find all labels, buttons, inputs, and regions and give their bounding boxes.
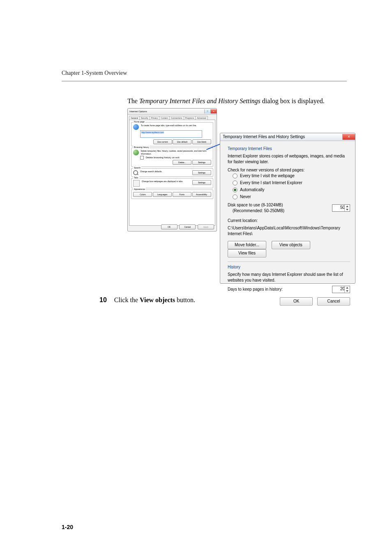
disk-space-recommended: (Recommended: 50-250MB) [233, 208, 332, 214]
io-tabstrip: General Security Privacy Content Connect… [128, 115, 217, 120]
tab-content[interactable]: Content [159, 116, 170, 120]
settings-button-tabs[interactable]: Settings [192, 180, 211, 185]
close-icon[interactable]: × [342, 134, 355, 140]
view-files-button[interactable]: View files [228, 249, 266, 257]
tif-history-title: History [228, 264, 350, 270]
settings-button-search[interactable]: Settings [192, 170, 211, 175]
tab-general[interactable]: General [129, 116, 140, 120]
tif-dialog: Temporary Internet Files and History Set… [220, 133, 355, 284]
io-cancel-button[interactable]: Cancel [179, 224, 196, 229]
section-rule [62, 81, 347, 82]
intro-pre: The [127, 97, 139, 104]
spinner-arrows-icon[interactable] [344, 205, 350, 211]
io-body: Home page To create home page tabs, type… [129, 120, 215, 226]
accessibility-button[interactable]: Accessibility [192, 192, 211, 197]
days-label: Days to keep pages in history: [228, 287, 332, 292]
search-icon [133, 170, 138, 175]
days-value[interactable] [332, 286, 346, 292]
tab-programs[interactable]: Programs [184, 116, 196, 120]
home-legend: Home page [133, 120, 145, 123]
fonts-button[interactable]: Fonts [173, 192, 191, 197]
days-spinner[interactable] [332, 286, 350, 293]
search-text: Change search defaults. [140, 170, 185, 173]
screenshots: Internet Options ? × General Security Pr… [127, 108, 392, 285]
tif-cancel-button[interactable]: Cancel [317, 297, 350, 305]
radio-automatically-label: Automatically [240, 187, 264, 192]
step-post: button. [175, 296, 195, 303]
current-location-label: Current location: [228, 218, 350, 224]
disk-space-value[interactable] [332, 205, 346, 210]
home-icon [133, 124, 139, 130]
use-blank-button[interactable]: Use blank [192, 139, 211, 144]
radio-never-label: Never [240, 194, 251, 199]
step-pre: Click the [114, 296, 140, 303]
delete-on-exit-checkbox[interactable] [140, 156, 144, 160]
radio-every-start[interactable] [233, 180, 238, 185]
io-titlebar: Internet Options ? × [128, 109, 217, 115]
tif-history-text: Specify how many days Internet Explorer … [228, 272, 350, 283]
disk-space-spinner[interactable] [332, 204, 350, 212]
tif-stores-text: Internet Explorer stores copies of webpa… [228, 153, 350, 165]
page-number: 1-20 [62, 524, 73, 530]
close-icon[interactable]: × [210, 109, 217, 113]
disk-space-label: Disk space to use (8-1024MB) [228, 202, 332, 208]
view-objects-button[interactable]: View objects [272, 241, 310, 249]
home-url-input[interactable]: http://www.raytheon.com [140, 130, 202, 138]
appearance-legend: Appearance [133, 188, 146, 190]
radio-every-visit[interactable] [233, 173, 238, 178]
tif-check-label: Check for newer versions of stored pages… [228, 167, 350, 173]
languages-button[interactable]: Languages [153, 192, 172, 197]
appearance-group: Appearance Colors Languages Fonts Access… [131, 190, 213, 199]
search-group: Search Change search defaults. Settings [131, 168, 213, 177]
browsing-history-group: Browsing history Delete temporary files,… [131, 148, 213, 167]
delete-button[interactable]: Delete... [173, 160, 191, 165]
hist-text: Delete temporary files, history, cookies… [141, 150, 210, 155]
tif-title: Temporary Internet Files and History Set… [223, 133, 305, 141]
spinner-arrows-icon[interactable] [344, 286, 350, 293]
tif-ok-button[interactable]: OK [280, 297, 313, 305]
io-button-bar: OK Cancel Apply [160, 224, 214, 229]
step-number: 10 [99, 296, 107, 303]
tif-section-title: Temporary Internet Files [228, 146, 350, 152]
radio-never[interactable] [233, 194, 238, 199]
tabs-legend: Tabs [133, 176, 139, 179]
io-apply-button: Apply [198, 224, 214, 229]
io-title: Internet Options [129, 109, 147, 114]
intro-em: Temporary Internet Files and History Set… [139, 97, 261, 104]
hist-legend: Browsing history [133, 146, 150, 148]
radio-every-start-label: Every time I start Internet Explorer [240, 180, 302, 185]
home-text: To create home page tabs, type each addr… [141, 124, 210, 127]
tif-separator [228, 261, 350, 262]
io-ok-button[interactable]: OK [161, 224, 178, 229]
search-legend: Search [133, 166, 141, 169]
current-location-path: C:\Users\brians\AppData\Local\Microsoft\… [228, 225, 350, 237]
tif-titlebar: Temporary Internet Files and History Set… [220, 133, 355, 141]
tab-advanced[interactable]: Advanced [195, 116, 208, 120]
tab-security[interactable]: Security [139, 116, 150, 120]
tif-body: Temporary Internet Files Internet Explor… [220, 141, 355, 284]
tabs-text: Change how webpages are displayed in tab… [142, 180, 187, 183]
tabs-group: Tabs Change how webpages are displayed i… [131, 178, 213, 188]
use-default-button[interactable]: Use default [173, 139, 191, 144]
chapter-header: Chapter 1-System Overview [62, 70, 347, 76]
settings-button-history[interactable]: Settings [192, 160, 211, 165]
tab-privacy[interactable]: Privacy [150, 116, 159, 120]
step-bold: View objects [140, 296, 175, 303]
internet-options-dialog: Internet Options ? × General Security Pr… [127, 108, 217, 231]
intro-post: dialog box is displayed. [261, 97, 325, 104]
tab-connections[interactable]: Connections [169, 116, 184, 120]
help-icon[interactable]: ? [204, 109, 210, 113]
move-folder-button[interactable]: Move folder... [228, 241, 266, 249]
history-icon [133, 150, 139, 155]
tabs-icon [133, 180, 140, 187]
delete-on-exit-label: Delete browsing history on exit [146, 156, 180, 159]
intro-text: The Temporary Internet Files and History… [62, 97, 347, 106]
use-current-button[interactable]: Use current [153, 139, 172, 144]
radio-every-visit-label: Every time I visit the webpage [240, 173, 295, 178]
colors-button[interactable]: Colors [133, 192, 152, 197]
home-url-value: http://www.raytheon.com [141, 131, 164, 134]
home-page-group: Home page To create home page tabs, type… [131, 122, 213, 146]
radio-automatically[interactable] [233, 187, 238, 192]
